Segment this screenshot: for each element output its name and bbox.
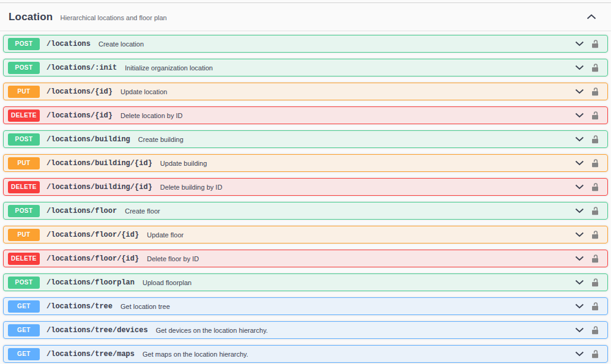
endpoint-summary: Update floor (147, 231, 183, 239)
endpoint-row-put-locations-building-id-[interactable]: PUT /locations/building/{id} Update buil… (3, 154, 608, 172)
auth-lock-button[interactable] (590, 62, 600, 73)
endpoint-row-get-locations-tree-devices[interactable]: GET /locations/tree/devices Get devices … (3, 321, 608, 339)
method-badge: DELETE (8, 253, 40, 265)
auth-lock-button[interactable] (590, 253, 600, 264)
section-collapse-button[interactable] (585, 13, 598, 21)
auth-lock-button[interactable] (590, 181, 600, 193)
expand-button[interactable] (574, 135, 585, 143)
method-badge: DELETE (8, 110, 40, 122)
chevron-down-icon (575, 65, 584, 70)
expand-button[interactable] (574, 64, 585, 72)
endpoint-path: /locations/building (46, 135, 130, 144)
unlocked-padlock-icon (591, 182, 599, 191)
auth-lock-button[interactable] (590, 324, 600, 336)
endpoint-summary: Update location (120, 88, 167, 95)
auth-lock-button[interactable] (590, 205, 600, 217)
endpoint-row-get-locations-tree-maps[interactable]: GET /locations/tree/maps Get maps on the… (3, 345, 608, 363)
expand-button[interactable] (574, 326, 585, 334)
expand-button[interactable] (574, 278, 585, 286)
endpoint-row-post-locations-building[interactable]: POST /locations/building Create building (3, 130, 608, 148)
chevron-down-icon (575, 232, 584, 237)
endpoint-path: /locations/building/{id} (46, 159, 152, 168)
endpoint-summary: Get devices on the location hierarchy. (156, 327, 268, 334)
endpoint-summary: Create building (138, 136, 183, 143)
expand-button[interactable] (574, 350, 585, 358)
expand-button[interactable] (574, 207, 585, 215)
unlocked-padlock-icon (591, 349, 599, 358)
endpoint-list: POST /locations Create location POST /lo… (0, 31, 611, 363)
chevron-down-icon (575, 280, 584, 285)
expand-button[interactable] (574, 231, 585, 239)
auth-lock-button[interactable] (590, 86, 600, 97)
endpoint-row-post-locations-floor[interactable]: POST /locations/floor Create floor (3, 202, 608, 220)
endpoint-path: /locations/tree/maps (46, 350, 135, 358)
method-badge: PUT (8, 229, 40, 241)
method-badge: GET (8, 300, 40, 313)
auth-lock-button[interactable] (590, 157, 600, 169)
method-badge: POST (8, 62, 40, 74)
endpoint-summary: Create location (98, 40, 144, 48)
method-badge: GET (8, 348, 40, 360)
expand-button[interactable] (574, 87, 585, 95)
endpoint-path: /locations/floor/{id} (46, 254, 139, 263)
endpoint-path: /locations/floorplan (46, 278, 135, 287)
chevron-down-icon (575, 41, 584, 46)
expand-button[interactable] (574, 111, 585, 119)
method-badge: DELETE (8, 181, 40, 193)
endpoint-summary: Delete location by ID (120, 112, 183, 119)
endpoint-summary: Initialize organization location (125, 64, 213, 72)
auth-lock-button[interactable] (590, 133, 600, 145)
method-badge: GET (8, 324, 40, 336)
expand-button[interactable] (574, 159, 585, 167)
endpoint-path: /locations/floor/{id} (46, 231, 139, 239)
endpoint-row-post-locations-floorplan[interactable]: POST /locations/floorplan Upload floorpl… (3, 273, 608, 291)
auth-lock-button[interactable] (590, 38, 600, 50)
method-badge: PUT (8, 157, 40, 169)
method-badge: POST (8, 205, 40, 217)
endpoint-path: /locations/tree/devices (46, 326, 148, 335)
unlocked-padlock-icon (591, 63, 599, 72)
expand-button[interactable] (574, 40, 585, 48)
unlocked-padlock-icon (591, 111, 599, 120)
section-description: Hierarchical locations and floor plan (60, 12, 166, 21)
chevron-down-icon (575, 89, 584, 94)
auth-lock-button[interactable] (590, 277, 600, 288)
expand-button[interactable] (574, 254, 585, 262)
unlocked-padlock-icon (591, 230, 599, 239)
chevron-down-icon (575, 351, 584, 357)
endpoint-summary: Upload floorplan (143, 279, 191, 286)
unlocked-padlock-icon (591, 39, 599, 48)
endpoint-row-post-locations-init[interactable]: POST /locations/:init Initialize organiz… (3, 59, 608, 76)
chevron-down-icon (575, 208, 584, 214)
expand-button[interactable] (574, 302, 585, 310)
unlocked-padlock-icon (591, 206, 599, 215)
unlocked-padlock-icon (591, 158, 599, 168)
endpoint-summary: Get location tree (120, 303, 170, 310)
method-badge: POST (8, 38, 40, 50)
endpoint-row-post-locations[interactable]: POST /locations Create location (3, 35, 608, 53)
auth-lock-button[interactable] (590, 348, 600, 360)
unlocked-padlock-icon (591, 325, 599, 335)
endpoint-row-delete-locations-building-id-[interactable]: DELETE /locations/building/{id} Delete b… (3, 178, 608, 196)
endpoint-path: /locations/:init (46, 64, 117, 72)
endpoint-summary: Delete floor by ID (147, 255, 199, 262)
section-header[interactable]: Location Hierarchical locations and floo… (0, 3, 611, 31)
chevron-down-icon (575, 113, 584, 118)
endpoint-row-put-locations-floor-id-[interactable]: PUT /locations/floor/{id} Update floor (3, 226, 608, 243)
endpoint-summary: Delete building by ID (160, 184, 223, 191)
endpoint-row-get-locations-tree[interactable]: GET /locations/tree Get location tree (3, 297, 608, 315)
chevron-up-icon (587, 14, 596, 20)
endpoint-path: /locations/{id} (46, 111, 113, 120)
endpoint-path: /locations/floor (46, 207, 117, 215)
endpoint-summary: Update building (160, 160, 207, 167)
auth-lock-button[interactable] (590, 110, 600, 121)
auth-lock-button[interactable] (590, 300, 600, 312)
endpoint-row-delete-locations-id-[interactable]: DELETE /locations/{id} Delete location b… (3, 106, 608, 124)
auth-lock-button[interactable] (590, 229, 600, 240)
unlocked-padlock-icon (591, 278, 599, 287)
endpoint-row-put-locations-id-[interactable]: PUT /locations/{id} Update location (3, 83, 608, 100)
unlocked-padlock-icon (591, 135, 599, 144)
endpoint-row-delete-locations-floor-id-[interactable]: DELETE /locations/floor/{id} Delete floo… (3, 250, 608, 267)
expand-button[interactable] (574, 183, 585, 191)
endpoint-path: /locations/{id} (46, 87, 113, 96)
